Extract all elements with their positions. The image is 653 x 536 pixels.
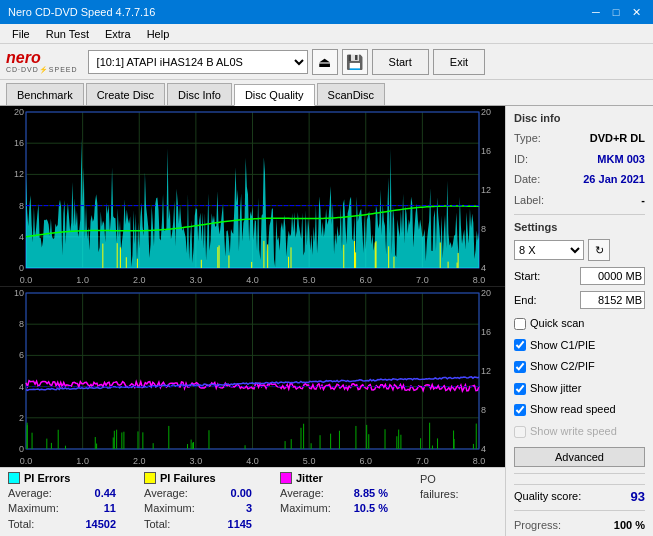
advanced-button[interactable]: Advanced (514, 447, 645, 467)
show-write-speed-checkbox[interactable] (514, 426, 526, 438)
disc-info-title: Disc info (514, 112, 645, 124)
exit-button[interactable]: Exit (433, 49, 485, 75)
progress-row: Progress: 100 % (514, 517, 645, 535)
pi-errors-max-row: Maximum: 11 (8, 501, 116, 516)
pi-failures-total-label: Total: (144, 517, 199, 532)
show-c2pif-row: Show C2/PIF (514, 358, 645, 376)
show-read-speed-label: Show read speed (530, 401, 616, 419)
eject-button[interactable]: ⏏ (312, 49, 338, 75)
divider-quality-progress (514, 510, 645, 511)
tab-scan-disc[interactable]: ScanDisc (317, 83, 385, 105)
chart1-canvas (0, 106, 505, 286)
tab-disc-quality[interactable]: Disc Quality (234, 84, 315, 106)
maximize-button[interactable]: □ (607, 3, 625, 21)
jitter-label: Jitter (296, 472, 323, 484)
jitter-max-row: Maximum: 10.5 % (280, 501, 388, 516)
chart-section (0, 106, 505, 467)
pi-failures-header: PI Failures (144, 472, 252, 484)
refresh-button[interactable]: ↻ (588, 239, 610, 261)
menu-run-test[interactable]: Run Test (38, 26, 97, 42)
main-content: PI Errors Average: 0.44 Maximum: 11 Tota… (0, 106, 653, 536)
menu-help[interactable]: Help (139, 26, 178, 42)
pi-failures-color (144, 472, 156, 484)
divider-disc-settings (514, 214, 645, 215)
show-write-speed-row: Show write speed (514, 423, 645, 441)
disc-label-label: Label: (514, 192, 544, 209)
disc-type-value: DVD+R DL (590, 130, 645, 147)
end-input[interactable] (580, 291, 645, 309)
toolbar: nero CD·DVD⚡SPEED [10:1] ATAPI iHAS124 B… (0, 44, 653, 80)
start-button[interactable]: Start (372, 49, 429, 75)
nero-logo-text: nero (6, 50, 41, 66)
po-failures-label: PO failures: (420, 472, 475, 503)
disc-id-label: ID: (514, 151, 528, 168)
close-button[interactable]: ✕ (627, 3, 645, 21)
jitter-avg-value: 8.85 % (348, 486, 388, 501)
pi-errors-avg-value: 0.44 (76, 486, 116, 501)
end-row: End: (514, 291, 645, 309)
disc-date-label: Date: (514, 171, 540, 188)
title-bar-title: Nero CD-DVD Speed 4.7.7.16 (8, 6, 155, 18)
jitter-avg-label: Average: (280, 486, 335, 501)
speed-select[interactable]: 8 X (514, 240, 584, 260)
show-c2pif-checkbox[interactable] (514, 361, 526, 373)
pi-errors-total-value: 14502 (76, 517, 116, 532)
pi-failures-max-label: Maximum: (144, 501, 199, 516)
show-read-speed-row: Show read speed (514, 401, 645, 419)
speed-row: 8 X ↻ (514, 239, 645, 261)
pi-errors-color (8, 472, 20, 484)
chart2-canvas (0, 287, 505, 467)
jitter-group: Jitter Average: 8.85 % Maximum: 10.5 % (280, 472, 400, 532)
save-button[interactable]: 💾 (342, 49, 368, 75)
po-failures-value: - (475, 472, 505, 503)
menu-file[interactable]: File (4, 26, 38, 42)
show-read-speed-checkbox[interactable] (514, 404, 526, 416)
drive-select[interactable]: [10:1] ATAPI iHAS124 B AL0S (88, 50, 308, 74)
minimize-button[interactable]: ─ (587, 3, 605, 21)
pi-failures-avg-value: 0.00 (212, 486, 252, 501)
charts-col (0, 106, 505, 467)
pi-errors-total-row: Total: 14502 (8, 517, 116, 532)
disc-label-row: Label: - (514, 192, 645, 209)
title-bar-controls: ─ □ ✕ (587, 3, 645, 21)
quality-score-label: Quality score: (514, 490, 581, 502)
show-c1pie-row: Show C1/PIE (514, 337, 645, 355)
jitter-avg-row: Average: 8.85 % (280, 486, 388, 501)
quick-scan-checkbox[interactable] (514, 318, 526, 330)
tab-benchmark[interactable]: Benchmark (6, 83, 84, 105)
pi-failures-group: PI Failures Average: 0.00 Maximum: 3 Tot… (144, 472, 264, 532)
pi-failures-total-value: 1145 (212, 517, 252, 532)
quick-scan-row: Quick scan (514, 315, 645, 333)
tab-create-disc[interactable]: Create Disc (86, 83, 165, 105)
pi-errors-max-label: Maximum: (8, 501, 63, 516)
start-row: Start: (514, 267, 645, 285)
jitter-header: Jitter (280, 472, 388, 484)
disc-type-row: Type: DVD+R DL (514, 130, 645, 147)
progress-label: Progress: (514, 517, 561, 535)
show-write-speed-label: Show write speed (530, 423, 617, 441)
nero-logo: nero CD·DVD⚡SPEED (6, 50, 78, 74)
pi-errors-avg-label: Average: (8, 486, 63, 501)
start-input[interactable] (580, 267, 645, 285)
progress-value: 100 % (614, 517, 645, 535)
show-jitter-checkbox[interactable] (514, 383, 526, 395)
menu-bar: File Run Test Extra Help (0, 24, 653, 44)
pi-errors-group: PI Errors Average: 0.44 Maximum: 11 Tota… (8, 472, 128, 532)
pi-failures-total-row: Total: 1145 (144, 517, 252, 532)
pi-errors-header: PI Errors (8, 472, 116, 484)
tab-bar: Benchmark Create Disc Disc Info Disc Qua… (0, 80, 653, 106)
pi-failures-max-row: Maximum: 3 (144, 501, 252, 516)
jitter-max-value: 10.5 % (348, 501, 388, 516)
po-failures-row: PO failures: - (420, 472, 505, 503)
pi-failures-avg-row: Average: 0.00 (144, 486, 252, 501)
jitter-color (280, 472, 292, 484)
settings-title: Settings (514, 221, 645, 233)
end-label: End: (514, 294, 537, 306)
pi-errors-max-value: 11 (76, 501, 116, 516)
disc-date-row: Date: 26 Jan 2021 (514, 171, 645, 188)
show-c1pie-checkbox[interactable] (514, 339, 526, 351)
quick-scan-label: Quick scan (530, 315, 584, 333)
menu-extra[interactable]: Extra (97, 26, 139, 42)
pi-failures-avg-label: Average: (144, 486, 199, 501)
tab-disc-info[interactable]: Disc Info (167, 83, 232, 105)
